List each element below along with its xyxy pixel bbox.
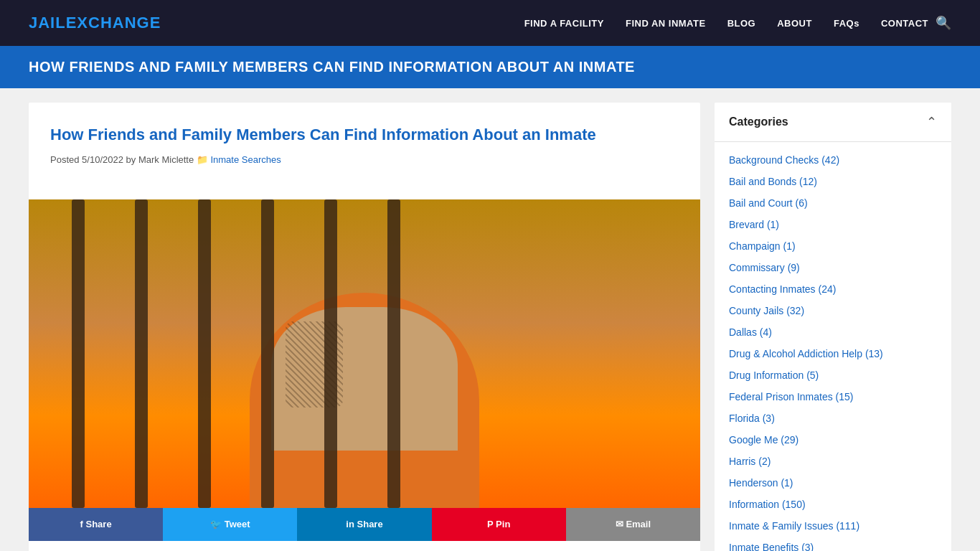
categories-widget: Categories ⌃ Background Checks (42)Bail …	[715, 103, 951, 551]
logo-part2: EXCHANGE	[66, 14, 161, 32]
article-area: How Friends and Family Members Can Find …	[29, 103, 700, 551]
article-meta: Posted 5/10/2022 by Mark Miclette 📁 Inma…	[50, 154, 679, 165]
category-link[interactable]: Champaign (1)	[729, 240, 796, 252]
article-title: How Friends and Family Members Can Find …	[50, 124, 679, 146]
category-link[interactable]: Inmate & Family Issues (111)	[729, 520, 859, 532]
category-item: Information (150)	[715, 494, 951, 515]
social-share-bar: f Share🐦 Tweetin ShareP Pin✉ Email	[29, 508, 700, 541]
category-item: Google Me (29)	[715, 429, 951, 451]
category-link[interactable]: County Jails (32)	[729, 305, 804, 316]
meta-category-link[interactable]: Inmate Searches	[210, 154, 281, 165]
nav-link-find-inmate[interactable]: FIND AN INMATE	[626, 18, 706, 29]
category-link[interactable]: Background Checks (42)	[729, 154, 839, 166]
category-item: Contacting Inmates (24)	[715, 278, 951, 300]
sidebar: Categories ⌃ Background Checks (42)Bail …	[715, 103, 951, 551]
category-item: Harris (2)	[715, 451, 951, 472]
category-item: Drug & Alcohol Addiction Help (13)	[715, 343, 951, 364]
category-item: Commissary (9)	[715, 257, 951, 278]
category-link[interactable]: Information (150)	[729, 499, 806, 510]
category-link[interactable]: Bail and Bonds (12)	[729, 176, 817, 187]
category-link[interactable]: Federal Prison Inmates (15)	[729, 391, 854, 402]
categories-title: Categories	[729, 116, 788, 128]
category-item: Federal Prison Inmates (15)	[715, 386, 951, 408]
category-item: Henderson (1)	[715, 472, 951, 494]
category-link[interactable]: Inmate Benefits (3)	[729, 542, 814, 551]
category-item: Inmate Benefits (3)	[715, 537, 951, 551]
bar	[135, 199, 148, 508]
category-item: Drug Information (5)	[715, 364, 951, 386]
category-item: Bail and Court (6)	[715, 192, 951, 214]
category-item: Dallas (4)	[715, 321, 951, 343]
category-item: Champaign (1)	[715, 235, 951, 257]
category-link[interactable]: Harris (2)	[729, 456, 771, 467]
article-inner: How Friends and Family Members Can Find …	[29, 103, 700, 199]
inmate-visual	[29, 199, 700, 508]
category-link[interactable]: Contacting Inmates (24)	[729, 283, 836, 295]
nav-link-blog[interactable]: BLOG	[727, 18, 756, 29]
categories-header: Categories ⌃	[715, 103, 951, 142]
category-link[interactable]: Florida (3)	[729, 413, 775, 424]
bar	[72, 199, 85, 508]
arms-area	[271, 307, 458, 451]
nav-link-contact[interactable]: CONTACT	[881, 18, 928, 29]
nav-link-faqs[interactable]: FAQs	[834, 18, 859, 29]
social-btn-email[interactable]: ✉ Email	[566, 508, 700, 541]
search-icon[interactable]: 🔍	[936, 15, 951, 31]
category-link[interactable]: Commissary (9)	[729, 262, 800, 273]
main-container: How Friends and Family Members Can Find …	[0, 88, 980, 551]
category-link[interactable]: Henderson (1)	[729, 477, 793, 489]
category-item: Brevard (1)	[715, 214, 951, 235]
category-link[interactable]: Bail and Court (6)	[729, 197, 808, 209]
nav-link-about[interactable]: ABOUT	[777, 18, 812, 29]
bar	[198, 199, 211, 508]
meta-date: 5/10/2022	[82, 154, 123, 165]
social-btn-pinterest[interactable]: P Pin	[432, 508, 566, 541]
logo-part1: JAIL	[29, 14, 66, 32]
category-link[interactable]: Dallas (4)	[729, 326, 772, 338]
category-item: Inmate & Family Issues (111)	[715, 515, 951, 537]
chevron-up-icon[interactable]: ⌃	[926, 114, 937, 130]
category-item: Background Checks (42)	[715, 149, 951, 171]
category-link[interactable]: Drug Information (5)	[729, 369, 819, 381]
social-btn-facebook[interactable]: f Share	[29, 508, 163, 541]
category-link[interactable]: Brevard (1)	[729, 219, 779, 230]
site-logo[interactable]: JAILEXCHANGE	[29, 14, 161, 32]
meta-posted: Posted	[50, 154, 79, 165]
meta-by: by Mark Miclette	[126, 154, 194, 165]
nav-links: FIND A FACILITYFIND AN INMATEBLOGABOUTFA…	[524, 17, 928, 29]
page-title-banner: HOW FRIENDS AND FAMILY MEMBERS CAN FIND …	[0, 46, 980, 88]
article-image	[29, 199, 700, 508]
category-item: County Jails (32)	[715, 300, 951, 321]
social-btn-twitter[interactable]: 🐦 Tweet	[163, 508, 297, 541]
nav-link-find-facility[interactable]: FIND A FACILITY	[524, 18, 604, 29]
page-title: HOW FRIENDS AND FAMILY MEMBERS CAN FIND …	[29, 59, 951, 75]
category-link[interactable]: Google Me (29)	[729, 434, 798, 446]
main-nav: JAILEXCHANGE FIND A FACILITYFIND AN INMA…	[0, 0, 980, 46]
social-btn-linkedin[interactable]: in Share	[297, 508, 431, 541]
category-link[interactable]: Drug & Alcohol Addiction Help (13)	[729, 348, 883, 359]
category-item: Bail and Bonds (12)	[715, 171, 951, 192]
category-list: Background Checks (42)Bail and Bonds (12…	[715, 142, 951, 551]
category-item: Florida (3)	[715, 408, 951, 429]
